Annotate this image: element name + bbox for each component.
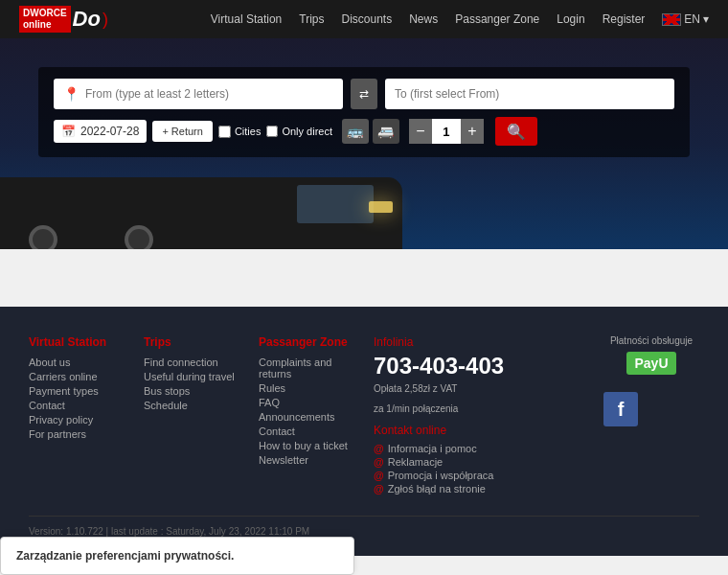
nav-virtual-station[interactable]: Virtual Station: [211, 12, 283, 26]
kontakt-item-1: @ Informacja i pomoc: [374, 443, 584, 454]
phone-number: 703-403-403: [374, 353, 584, 380]
language-selector[interactable]: EN ▾: [662, 12, 709, 26]
transport-options: 🚌 🚐: [342, 119, 399, 144]
footer-link-privacy-policy[interactable]: Privacy policy: [29, 414, 125, 426]
phone-info2: za 1/min połączenia: [374, 403, 584, 414]
kontakt-label-1: Informacja i pomoc: [388, 443, 477, 454]
nav-news[interactable]: News: [409, 12, 438, 26]
footer-link-complaints[interactable]: Complaints and returns: [259, 356, 354, 380]
search-icon: 🔍: [507, 123, 526, 141]
logo-dworzec-text: DWORCEonline: [19, 6, 71, 33]
kontakt-online-title: Kontakt online: [374, 424, 584, 437]
footer-col-payments: Płatności obsługuje PayU f: [603, 335, 699, 496]
footer-col1-title: Virtual Station: [29, 335, 125, 349]
at-icon-2: @: [374, 456, 384, 468]
infolinia-title: Infolinia: [374, 335, 584, 349]
kontakt-label-3: Promocja i współpraca: [388, 470, 494, 481]
kontakt-item-4: @ Zgłoś błąd na stronie: [374, 483, 584, 494]
quantity-controls: − 1 +: [409, 119, 484, 144]
from-input[interactable]: [85, 87, 333, 101]
footer-link-faq[interactable]: FAQ: [259, 397, 354, 408]
bus-windshield: [297, 185, 374, 223]
footer-link-payment-types[interactable]: Payment types: [29, 385, 125, 397]
search-row-locations: 📍 ⇄: [54, 79, 674, 109]
only-direct-label: Only direct: [282, 126, 332, 137]
footer-link-contact2[interactable]: Contact: [259, 426, 354, 437]
date-value: 2022-07-28: [80, 125, 139, 138]
date-input[interactable]: 📅 2022-07-28: [54, 120, 147, 143]
from-input-wrap: 📍: [54, 79, 343, 109]
footer-link-about-us[interactable]: About us: [29, 356, 125, 368]
at-icon-1: @: [374, 443, 384, 454]
logo-arrow-icon: ): [102, 10, 108, 30]
footer-link-rules[interactable]: Rules: [259, 382, 354, 394]
bus-wheel-right: [125, 225, 153, 249]
flag-icon: [662, 13, 681, 26]
content-spacer: [0, 249, 728, 307]
footer-bottom: Version: 1.10.722 | last update : Saturd…: [29, 516, 699, 537]
at-icon-4: @: [374, 483, 384, 494]
bus-transport-button[interactable]: 🚌: [342, 119, 369, 144]
lang-code: EN: [684, 12, 700, 26]
nav-trips[interactable]: Trips: [299, 12, 324, 26]
to-input-wrap: [385, 79, 674, 109]
search-button[interactable]: 🔍: [495, 117, 537, 146]
footer-link-find-connection[interactable]: Find connection: [144, 356, 239, 368]
cities-checkbox-label[interactable]: Cities: [218, 126, 262, 138]
quantity-increase-button[interactable]: +: [461, 119, 484, 144]
footer-columns: Virtual Station About us Carriers online…: [29, 335, 699, 496]
nav-register[interactable]: Register: [603, 12, 646, 26]
cookie-banner: Zarządzanie preferencjami prywatności.: [0, 537, 354, 556]
quantity-decrease-button[interactable]: −: [409, 119, 432, 144]
bus-visual: [0, 153, 728, 249]
location-icon: 📍: [63, 86, 80, 102]
main-nav: Virtual Station Trips Discounts News Pas…: [211, 12, 709, 26]
footer-col-trips: Trips Find connection Useful during trav…: [144, 335, 239, 496]
return-button[interactable]: + Return: [152, 121, 213, 142]
chevron-down-icon: ▾: [703, 12, 709, 26]
to-input[interactable]: [395, 87, 665, 101]
footer-link-bus-stops[interactable]: Bus stops: [144, 385, 239, 397]
footer-col-contact: Infolinia 703-403-403 Opłata 2,58zł z VA…: [374, 335, 584, 496]
nav-login[interactable]: Login: [557, 12, 584, 26]
platnosci-title: Płatności obsługuje: [603, 335, 699, 346]
calendar-icon: 📅: [61, 125, 76, 138]
cities-label: Cities: [235, 126, 262, 137]
at-icon-3: @: [374, 470, 384, 481]
nav-passanger-zone[interactable]: Passanger Zone: [455, 12, 539, 26]
footer-link-announcements[interactable]: Announcements: [259, 411, 354, 423]
hero-section: 📍 ⇄ 📅 2022-07-28 + Return Cities Only di…: [0, 38, 728, 249]
footer-col-virtual-station: Virtual Station About us Carriers online…: [29, 335, 125, 496]
bus-headlight: [369, 201, 393, 213]
bus-body: [0, 177, 402, 249]
minibus-transport-button[interactable]: 🚐: [373, 119, 399, 144]
footer-link-carriers-online[interactable]: Carriers online: [29, 371, 125, 382]
facebook-icon[interactable]: f: [603, 392, 638, 426]
footer: Virtual Station About us Carriers online…: [0, 307, 728, 556]
kontakt-label-4: Zgłoś błąd na stronie: [388, 483, 486, 494]
footer-col2-title: Trips: [144, 335, 239, 349]
footer-link-useful-travel[interactable]: Useful during travel: [144, 371, 239, 382]
logo-do-text: Do: [73, 7, 101, 32]
swap-icon[interactable]: ⇄: [351, 79, 377, 109]
quantity-value: 1: [432, 119, 461, 144]
footer-link-for-partners[interactable]: For partners: [29, 428, 125, 440]
cities-checkbox[interactable]: [218, 126, 231, 138]
footer-link-schedule[interactable]: Schedule: [144, 400, 239, 411]
kontakt-item-3: @ Promocja i współpraca: [374, 470, 584, 481]
footer-link-newsletter[interactable]: Newsletter: [259, 454, 354, 466]
cookie-banner-text: Zarządzanie preferencjami prywatności.: [16, 549, 338, 556]
footer-col3-title: Passanger Zone: [259, 335, 354, 349]
nav-discounts[interactable]: Discounts: [342, 12, 393, 26]
bus-wheel-left: [29, 225, 57, 249]
footer-link-contact1[interactable]: Contact: [29, 400, 125, 411]
kontakt-label-2: Reklamacje: [388, 456, 443, 468]
header: DWORCEonline Do ) Virtual Station Trips …: [0, 0, 728, 38]
logo[interactable]: DWORCEonline Do ): [19, 6, 108, 33]
only-direct-checkbox[interactable]: [266, 126, 278, 137]
footer-link-how-to-buy[interactable]: How to buy a ticket: [259, 440, 354, 451]
search-row-options: 📅 2022-07-28 + Return Cities Only direct…: [54, 117, 674, 146]
only-direct-checkbox-label[interactable]: Only direct: [266, 126, 332, 137]
kontakt-item-2: @ Reklamacje: [374, 456, 584, 468]
payu-logo: PayU: [626, 352, 675, 375]
